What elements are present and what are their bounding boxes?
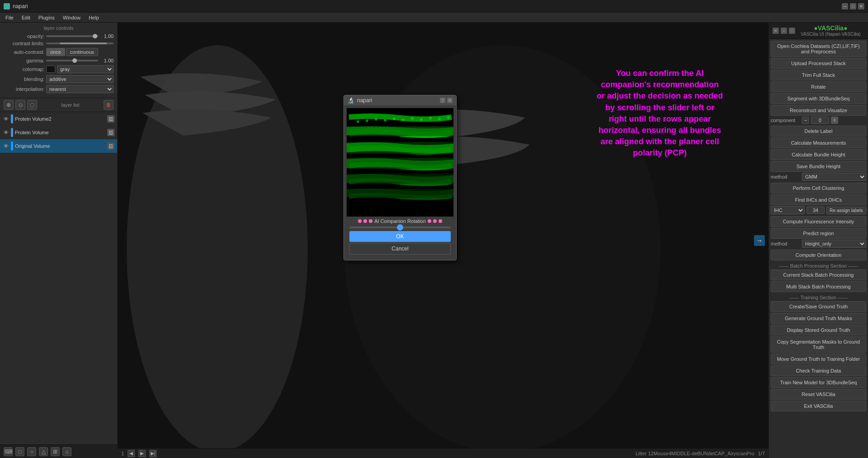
layer-item[interactable]: 👁 Protein Volume2 🖼 (0, 112, 117, 126)
menu-file[interactable]: File (2, 14, 17, 21)
upload-stack-button[interactable]: Upload Processed Stack (771, 58, 866, 69)
layer-color-bar (11, 142, 13, 151)
eye-icon[interactable]: 👁 (3, 143, 9, 149)
layer-color-bar (11, 128, 13, 137)
svg-point-13 (438, 118, 441, 120)
menu-plugins[interactable]: Plugins (35, 14, 58, 21)
current-stack-batch-button[interactable]: Current Stack Batch Processing (771, 269, 866, 280)
compute-fluorescence-button[interactable]: Compute Fluorescence Intensity (771, 216, 866, 227)
rectangle-button[interactable]: □ (15, 447, 24, 456)
terminal-button[interactable]: ⌨ (4, 447, 13, 456)
rotation-slider[interactable] (349, 227, 451, 228)
create-ground-truth-button[interactable]: Create/Save Ground Truth (771, 301, 866, 312)
method-select[interactable]: GMM (802, 173, 866, 181)
contrast-slider[interactable] (46, 42, 114, 44)
dialog-ok-button[interactable]: OK (349, 231, 451, 242)
menu-window[interactable]: Window (59, 14, 84, 21)
dialog-close-button[interactable]: ✕ (447, 98, 453, 103)
ihc-value-input[interactable]: 34 (806, 207, 825, 214)
bottom-toolbar: ⌨ □ ○ △ ⊞ ⌂ (0, 444, 117, 458)
blending-select[interactable]: additive (46, 75, 114, 83)
copy-segmentation-button[interactable]: Copy Segmentation Masks to Ground Truth (771, 336, 866, 353)
pink-dot-5 (433, 219, 437, 223)
app-title: napari (13, 3, 28, 9)
component-minus[interactable]: − (802, 117, 809, 124)
menu-edit[interactable]: Edit (18, 14, 34, 21)
reset-vascilia-button[interactable]: Reset VASCilia (771, 389, 866, 400)
rotate-button[interactable]: Rotate (771, 81, 866, 92)
status-text: Litter 12Mouse4MIDDLE-deBUNdelCAP_Airysc… (635, 451, 754, 456)
minimize-button[interactable]: ─ (842, 3, 848, 9)
layer-controls-title: layer controls (4, 25, 114, 31)
pink-dot-2 (363, 219, 367, 223)
method2-select[interactable]: Height_only (802, 240, 866, 248)
svg-point-4 (357, 120, 359, 123)
open-cochlea-button[interactable]: Open Cochlea Datasets (CZI,LIF,TIF) and … (771, 41, 866, 57)
slider-thumb (397, 224, 403, 231)
rp-close-button[interactable]: ✕ (773, 28, 779, 34)
check-training-button[interactable]: Check Training Data (771, 365, 866, 376)
delete-layer-button[interactable]: 🗑 (104, 100, 114, 110)
colormap-select[interactable]: gray (57, 65, 114, 73)
exit-vascilia-button[interactable]: Exit VASCilia (771, 401, 866, 411)
titlebar-left: napari (4, 3, 28, 9)
dialog-label: AI Companion Rotation (374, 218, 426, 224)
maximize-button[interactable]: □ (850, 3, 856, 9)
labels-tool[interactable]: ◌ (27, 100, 37, 110)
ihc-select[interactable]: IHC (771, 206, 805, 214)
grid-button[interactable]: ⊞ (51, 447, 60, 456)
training-section-label: ------ Training Section ------ (771, 293, 866, 301)
nav-arrow-right[interactable]: → (754, 235, 765, 246)
component-plus[interactable]: + (831, 117, 838, 124)
rp-maximize-button[interactable]: □ (789, 28, 795, 34)
dialog-cancel-button[interactable]: Cancel (349, 243, 451, 255)
continuous-button[interactable]: continuous (66, 48, 98, 56)
multi-stack-batch-button[interactable]: Multi Stack Batch Processing (771, 281, 866, 292)
dialog-help-button[interactable]: ? (440, 98, 445, 103)
reconstruct-button[interactable]: Reconstruct and Visualize (771, 105, 866, 116)
frame-counter: 1/7 (758, 451, 765, 456)
calculate-bundle-height-button[interactable]: Calculate Bundle Height (771, 149, 866, 160)
points-tool[interactable]: ⊕ (4, 100, 14, 110)
gamma-slider[interactable] (46, 60, 98, 61)
layer-item[interactable]: 👁 Protein Volume 🖼 (0, 126, 117, 139)
vascilia-subtitle: VASCilia UI (Napari-VASCilia) (797, 32, 864, 37)
shapes-tool[interactable]: ◇ (15, 100, 25, 110)
napari-dialog[interactable]: 🔬 napari ? ✕ (343, 95, 457, 260)
next-frame-button[interactable]: ▶ (138, 450, 146, 457)
train-model-button[interactable]: Train New Model for 3DBundleSeq (771, 377, 866, 388)
interpolation-select[interactable]: nearest (46, 85, 114, 93)
batch-section-label: ------ Batch Processing Section ------ (771, 261, 866, 269)
circle-button[interactable]: ○ (27, 447, 36, 456)
move-ground-truth-button[interactable]: Move Ground Truth to Training Folder (771, 354, 866, 364)
blending-label: blending: (4, 76, 44, 82)
calculate-measurements-button[interactable]: Calculate Measurements (771, 137, 866, 148)
app-icon (4, 3, 10, 9)
generate-masks-button[interactable]: Generate Ground Truth Masks (771, 313, 866, 324)
colormap-row: colormap: gray (4, 65, 114, 73)
perform-clustering-button[interactable]: Perform Cell Clustering (771, 183, 866, 194)
save-bundle-height-button[interactable]: Save Bundle Height (771, 161, 866, 172)
home-button[interactable]: ⌂ (62, 447, 72, 456)
close-button[interactable]: ✕ (858, 3, 864, 9)
eye-icon[interactable]: 👁 (3, 116, 9, 122)
display-stored-ground-button[interactable]: Display Stored Ground Truth (771, 325, 866, 335)
reassign-labels-button[interactable]: Re-assign labels (826, 207, 866, 214)
predict-region-button[interactable]: Predict region (771, 228, 866, 239)
trim-stack-button[interactable]: Trim Full Stack (771, 70, 866, 80)
segment-button[interactable]: Segment with 3DBundleSeq (771, 93, 866, 104)
path-button[interactable]: △ (39, 447, 48, 456)
once-button[interactable]: once (46, 48, 65, 56)
delete-label-button[interactable]: Delete Label (771, 126, 866, 137)
opacity-slider[interactable] (46, 35, 98, 37)
menu-help[interactable]: Help (85, 14, 103, 21)
component-input[interactable]: 0 (811, 117, 829, 124)
rp-minimize-button[interactable]: ─ (781, 28, 787, 34)
find-ihc-ohc-button[interactable]: Find IHCs and OHCs (771, 194, 866, 205)
compute-orientation-button[interactable]: Compute Orientation (771, 250, 866, 260)
prev-frame-button[interactable]: ◀ (128, 450, 135, 457)
last-frame-button[interactable]: ▶| (149, 450, 157, 457)
layer-item-selected[interactable]: 👁 Original Volume 🖼 (0, 139, 117, 153)
canvas-bottom-bar: 1 ◀ ▶ ▶| Litter 12Mouse4MIDDLE-deBUNdelC… (118, 448, 768, 458)
eye-icon[interactable]: 👁 (3, 130, 9, 135)
